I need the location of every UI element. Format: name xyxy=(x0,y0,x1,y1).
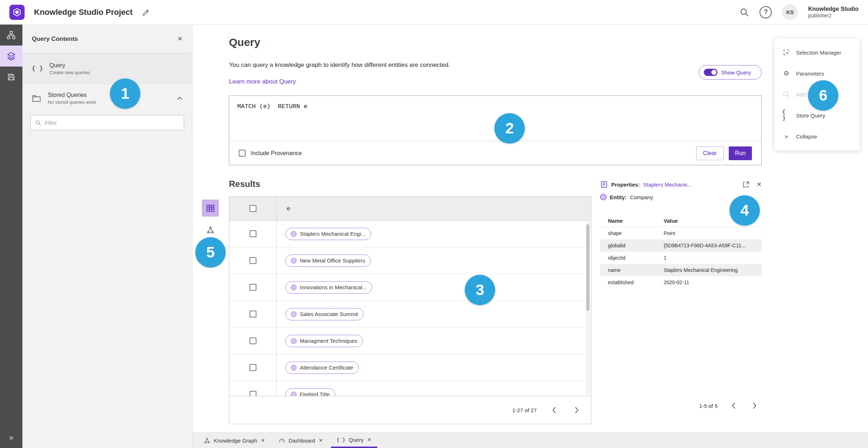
collapse-item[interactable]: » Collapse xyxy=(774,126,860,147)
select-all-checkbox[interactable] xyxy=(250,205,256,212)
results-next-page-button[interactable] xyxy=(571,405,582,415)
row-checkbox[interactable] xyxy=(250,364,256,371)
properties-next-page-button[interactable] xyxy=(749,401,760,411)
close-tab-icon[interactable]: ✕ xyxy=(367,437,371,443)
column-name: Name xyxy=(600,218,664,224)
collapse-stored-queries-icon[interactable] xyxy=(177,97,183,100)
row-checkbox[interactable] xyxy=(250,257,256,264)
entity-pill[interactable]: Managment Techniques xyxy=(285,335,363,347)
entity-pill[interactable]: Firebird Title xyxy=(285,388,335,396)
row-checkbox[interactable] xyxy=(250,391,256,396)
account-info: Knowledge Studio publisher2 xyxy=(808,5,859,19)
dashboard-icon xyxy=(279,438,285,444)
entity-dot-icon xyxy=(291,285,297,290)
property-row: globalid {5D9B4713-F98D-4A53-A59F-C11... xyxy=(600,239,762,252)
results-scrollbar-thumb[interactable] xyxy=(586,224,590,311)
header-checkbox-cell xyxy=(229,197,277,220)
annotation-2: 2 xyxy=(494,113,525,144)
entity-pill[interactable]: Attendance Certificate xyxy=(285,362,359,374)
run-button[interactable]: Run xyxy=(729,146,752,160)
rail-hierarchy-button[interactable] xyxy=(0,25,22,46)
close-tab-icon[interactable]: ✕ xyxy=(319,438,323,443)
app-logo[interactable] xyxy=(9,5,25,20)
entity-pill[interactable]: Staplers Mechanical Engi... xyxy=(285,228,371,240)
table-row: Staplers Mechanical Engi... xyxy=(229,221,591,247)
tab-label: Query xyxy=(349,437,363,443)
properties-actions: ✕ xyxy=(742,180,762,188)
rail-layers-button[interactable] xyxy=(0,46,22,67)
panel-header: Query Contents ✕ xyxy=(22,25,192,54)
tab-query[interactable]: { } Query ✕ xyxy=(331,433,377,448)
knowledge-graph-icon xyxy=(204,438,210,444)
entity-pill[interactable]: Sales Associate Summit xyxy=(285,308,363,320)
filter-input[interactable] xyxy=(45,120,179,126)
results-prev-page-button[interactable] xyxy=(549,405,559,415)
entity-pill-label: Managment Techniques xyxy=(300,338,357,344)
table-row: Managment Techniques xyxy=(229,328,591,354)
row-checkbox[interactable] xyxy=(250,230,256,237)
clear-button[interactable]: Clear xyxy=(696,146,724,160)
close-tab-icon[interactable]: ✕ xyxy=(261,438,265,443)
query-contents-panel: Query Contents ✕ { } Query Create new qu… xyxy=(22,25,192,448)
stored-queries-item[interactable]: Stored Queries No stored queries exist xyxy=(22,84,192,113)
query-text-input[interactable]: MATCH (e) RETURN e xyxy=(229,96,761,117)
property-row: shape Point xyxy=(600,227,762,239)
entity-pill-label: Sales Associate Summit xyxy=(300,311,358,317)
column-header-e: e xyxy=(277,197,591,220)
add-to-selection-icon[interactable] xyxy=(742,180,750,188)
edit-title-icon[interactable] xyxy=(142,8,150,16)
property-name: shape xyxy=(600,230,664,236)
entity-pill[interactable]: New Metal Office Suppliers xyxy=(285,255,371,267)
entity-dot-icon xyxy=(291,258,297,264)
property-value: 1 xyxy=(664,255,762,261)
property-row: name Staplers Mechanical Engineering xyxy=(600,264,762,276)
table-view-button[interactable] xyxy=(202,200,219,217)
row-checkbox[interactable] xyxy=(250,337,256,344)
properties-entity-link[interactable]: Staplers Mechanic... xyxy=(643,182,692,188)
graph-view-button[interactable] xyxy=(205,225,216,235)
stored-queries-text: Stored Queries No stored queries exist xyxy=(48,92,96,105)
avatar[interactable]: KS xyxy=(782,4,798,20)
graph-icon xyxy=(207,226,214,234)
show-query-toggle[interactable]: Show Query xyxy=(699,65,762,80)
rail-save-button[interactable] xyxy=(0,67,22,88)
account-subtitle: publisher2 xyxy=(808,13,859,19)
entity-pill[interactable]: Innovations in Mechanical... xyxy=(285,281,372,294)
query-description: You can query a knowledge graph to ident… xyxy=(229,61,450,69)
help-icon[interactable]: ? xyxy=(760,6,772,18)
table-row: Sales Associate Summit xyxy=(229,301,591,328)
entity-dot-icon xyxy=(291,365,297,371)
selection-manager-icon xyxy=(782,49,790,56)
learn-more-link[interactable]: Learn more about Query xyxy=(229,78,296,85)
properties-prev-page-button[interactable] xyxy=(728,401,739,411)
results-page-range: 1-27 of 27 xyxy=(512,407,537,413)
entity-dot-icon xyxy=(291,231,297,237)
filter-field[interactable] xyxy=(30,115,184,130)
braces-icon: { } xyxy=(782,109,790,121)
close-properties-icon[interactable]: ✕ xyxy=(757,181,762,188)
include-provenance-checkbox[interactable] xyxy=(239,150,246,157)
close-panel-icon[interactable]: ✕ xyxy=(178,35,183,43)
toggle-knob xyxy=(711,70,716,75)
tab-dashboard[interactable]: Dashboard ✕ xyxy=(273,433,329,448)
results-scrollbar[interactable] xyxy=(586,221,591,395)
selection-manager-item[interactable]: Selection Manager xyxy=(774,42,860,63)
query-item[interactable]: { } Query Create new queries xyxy=(22,54,192,84)
menu-item-label: Parameters xyxy=(796,71,824,77)
entity-pill-label: Staplers Mechanical Engi... xyxy=(300,231,366,237)
property-value: {5D9B4713-F98D-4A53-A59F-C11... xyxy=(664,243,762,248)
parameters-item[interactable]: ⚙ Parameters xyxy=(774,63,860,84)
account-name: Knowledge Studio xyxy=(808,5,859,13)
tab-knowledge-graph[interactable]: Knowledge Graph ✕ xyxy=(198,433,271,448)
expand-rail-button[interactable]: » xyxy=(0,431,22,445)
stored-queries-sub: No stored queries exist xyxy=(48,99,96,105)
show-query-label: Show Query xyxy=(721,69,751,76)
property-row: established 2020-02-11 xyxy=(600,276,762,289)
menu-item-label: Collapse xyxy=(796,133,817,140)
row-checkbox[interactable] xyxy=(250,311,256,317)
properties-page-range: 1-5 of 5 xyxy=(699,403,718,409)
annotation-3: 3 xyxy=(465,275,495,305)
row-checkbox[interactable] xyxy=(250,284,256,291)
toggle-switch[interactable] xyxy=(704,69,718,76)
search-icon[interactable] xyxy=(739,7,749,17)
